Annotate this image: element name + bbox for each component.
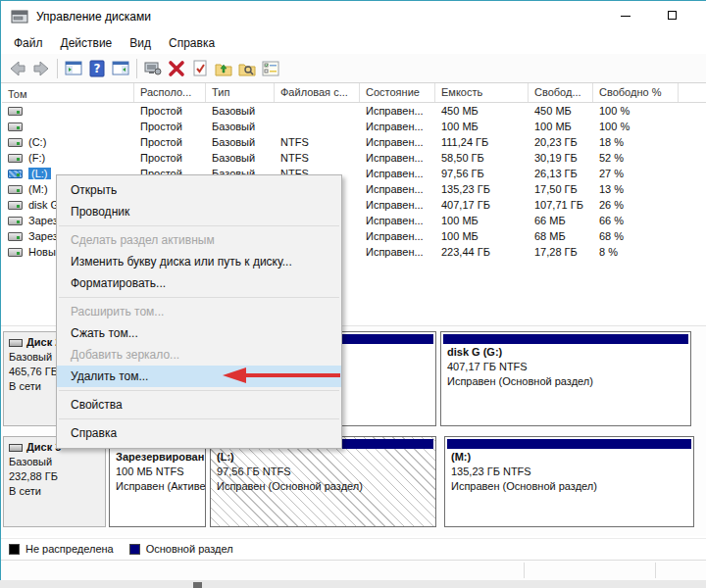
primary-partition-bar [447,439,691,449]
table-row[interactable]: Простой Базовый Исправен... 100 МБ 100 М… [2,119,706,134]
check-document-icon[interactable] [188,57,212,80]
column-header-layout[interactable]: Располо... [134,83,206,102]
menu-view[interactable]: Вид [121,34,160,52]
disk-2-partition-g[interactable]: disk G (G:) 407,17 ГБ NTFS Исправен (Осн… [440,331,691,426]
red-annotation-arrow [221,364,342,387]
menu-item-format[interactable]: Форматировать... [57,272,341,294]
table-row[interactable]: Простой Базовый Исправен... 450 МБ 450 М… [2,103,706,119]
column-header-type[interactable]: Тип [206,83,275,102]
legend-primary-label: Основной раздел [146,543,233,555]
show-console-tree-icon[interactable] [62,57,85,80]
column-header-status[interactable]: Состояние [360,83,435,102]
title-bar: Управление дисками [1,1,706,32]
menu-item-properties[interactable]: Свойства [57,394,341,416]
volume-icon [8,248,23,257]
delete-icon[interactable] [165,57,188,80]
forward-icon[interactable] [29,57,53,80]
disk-icon [9,444,23,452]
disk-3-info[interactable]: Диск 3 Базовый 232,88 ГБ В сети [3,436,106,527]
table-header: Том Располо... Тип Файловая с... Состоян… [2,83,706,103]
status-bar [1,560,706,580]
column-header-filler [679,83,706,102]
menu-item-add-mirror: Добавить зеркало... [57,344,341,366]
volume-icon [8,217,23,225]
status-bar-divider [655,563,656,578]
menu-item-change-drive-letter[interactable]: Изменить букву диска или путь к диску... [57,251,341,272]
column-header-volume[interactable]: Том [2,83,134,102]
toolbar-separator [136,59,137,78]
back-icon[interactable] [6,57,29,80]
remote-view-icon[interactable] [141,57,165,80]
disk-management-app-icon [11,10,28,24]
menu-item-explorer[interactable]: Проводник [57,201,341,222]
legend-unallocated-label: Не распределена [25,543,114,555]
menu-bar: Файл Действие Вид Справка [1,32,706,54]
legend: Не распределена Основной раздел [1,538,706,559]
volume-icon [8,154,23,163]
disk-icon [9,339,23,347]
folder-search-icon[interactable] [235,57,259,80]
menu-separator [57,294,341,301]
menu-item-extend-volume: Расширить том... [57,301,341,322]
properties-list-icon[interactable] [259,57,282,80]
volume-icon [8,201,23,210]
window-title: Управление дисками [36,10,151,24]
column-header-free[interactable]: Свобод... [529,83,593,102]
primary-partition-bar [443,334,688,344]
disk-3-partition-m[interactable]: (M:) 135,23 ГБ NTFS Исправен (Основной р… [444,436,694,527]
toolbar: ? [1,54,706,83]
disk-3-partition-l-selected[interactable]: (L:) 97,56 ГБ NTFS Исправен (Основной ра… [210,436,436,527]
menu-item-open[interactable]: Открыть [57,179,341,201]
menu-file[interactable]: Файл [5,34,52,52]
menu-separator [57,416,341,422]
toolbar-separator [57,59,58,78]
menu-item-help[interactable]: Справка [57,422,341,444]
table-row[interactable]: (C:) Простой Базовый NTFS Исправен... 11… [2,134,706,150]
taskbar-item [193,582,202,588]
volume-icon [8,170,23,178]
show-action-pane-icon[interactable] [109,57,132,80]
status-bar-divider [524,563,525,578]
menu-separator [57,387,341,394]
volume-icon [8,185,23,194]
svg-text:?: ? [94,62,101,75]
menu-action[interactable]: Действие [52,34,122,52]
menu-item-mark-partition-active: Сделать раздел активным [57,229,341,251]
column-header-filesystem[interactable]: Файловая с... [275,83,360,102]
folder-export-icon[interactable] [212,57,235,80]
menu-item-shrink-volume[interactable]: Сжать том... [57,322,341,344]
volume-icon [8,232,23,241]
disk-3-partition-reserved[interactable]: Зарезервирован 100 МБ NTFS Исправен (Акт… [109,436,206,527]
table-row[interactable]: (F:) Простой Базовый NTFS Исправен... 58… [2,150,706,166]
column-header-free-pct[interactable]: Свободно % [593,83,679,102]
unallocated-color-swatch [9,544,20,555]
menu-separator [57,222,341,229]
menu-help[interactable]: Справка [160,34,224,52]
volume-icon [8,107,23,116]
column-header-capacity[interactable]: Емкость [435,83,529,102]
volume-context-menu: Открыть Проводник Сделать раздел активны… [56,174,342,449]
minimize-button[interactable] [603,1,647,30]
help-icon[interactable]: ? [85,57,109,80]
primary-partition-color-swatch [129,544,140,555]
volume-icon [8,122,23,131]
taskbar-strip [0,580,706,588]
maximize-button[interactable] [650,1,694,30]
volume-icon [8,138,23,147]
